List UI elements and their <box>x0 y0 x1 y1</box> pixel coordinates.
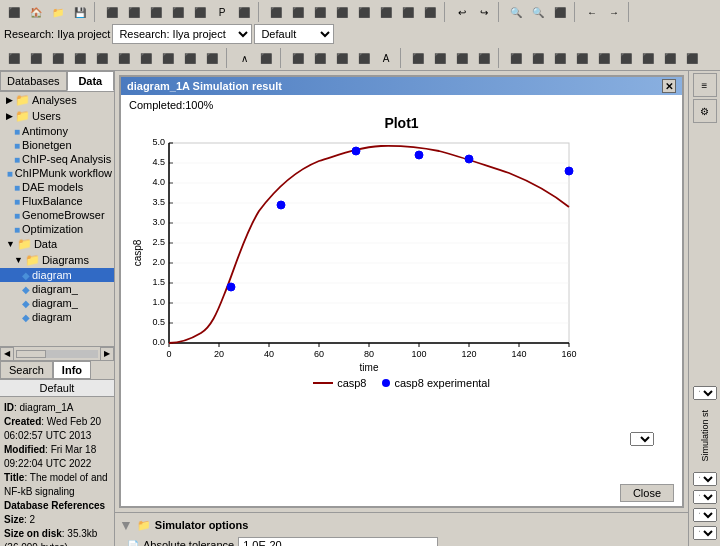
tb2-2[interactable]: ⬛ <box>26 48 46 68</box>
tb2-6[interactable]: ⬛ <box>114 48 134 68</box>
toolbar-btn-10[interactable]: P <box>212 2 232 22</box>
toolbar-arr-2[interactable]: → <box>604 2 624 22</box>
toolbar-btn-13[interactable]: ⬛ <box>288 2 308 22</box>
tb2-15[interactable]: ⬛ <box>332 48 352 68</box>
tb2-13[interactable]: ⬛ <box>288 48 308 68</box>
info-tab[interactable]: Info <box>53 361 91 379</box>
toolbar-btn-1[interactable]: ⬛ <box>4 2 24 22</box>
tree-antimony[interactable]: ■ Antimony <box>0 124 114 138</box>
tree-users[interactable]: ▶ 📁 Users <box>0 108 114 124</box>
sim-result-combo[interactable]: ▼ <box>630 432 654 446</box>
options-expand-icon[interactable]: ▼ <box>119 517 133 533</box>
toolbar-btn-7[interactable]: ⬛ <box>146 2 166 22</box>
tree-analyses[interactable]: ▶ 📁 Analyses <box>0 92 114 108</box>
toolbar-arr-1[interactable]: ← <box>582 2 602 22</box>
research-combo[interactable]: Research: Ilya project <box>112 24 252 44</box>
tb2-14[interactable]: ⬛ <box>310 48 330 68</box>
toolbar-btn-16[interactable]: ⬛ <box>354 2 374 22</box>
file-antimony-icon: ■ <box>14 126 20 137</box>
tb2-25[interactable]: ⬛ <box>572 48 592 68</box>
tb2-1[interactable]: ⬛ <box>4 48 24 68</box>
right-bottom-select[interactable]: ▼ <box>693 386 717 400</box>
tb2-16[interactable]: ⬛ <box>354 48 374 68</box>
search-tab[interactable]: Search <box>0 361 53 379</box>
toolbar-btn-15[interactable]: ⬛ <box>332 2 352 22</box>
toolbar-btn-2[interactable]: 🏠 <box>26 2 46 22</box>
tb2-23[interactable]: ⬛ <box>528 48 548 68</box>
toolbar-btn-19[interactable]: ⬛ <box>420 2 440 22</box>
chart-title: Plot1 <box>129 115 674 131</box>
sep-10 <box>498 48 502 68</box>
toolbar-btn-14[interactable]: ⬛ <box>310 2 330 22</box>
toolbar-btn-18[interactable]: ⬛ <box>398 2 418 22</box>
tb2-5[interactable]: ⬛ <box>92 48 112 68</box>
zoom-fit-btn[interactable]: ⬛ <box>550 2 570 22</box>
toolbar-btn-17[interactable]: ⬛ <box>376 2 396 22</box>
tb2-22[interactable]: ⬛ <box>506 48 526 68</box>
tb2-20[interactable]: ⬛ <box>452 48 472 68</box>
right-low-select[interactable]: ▼ <box>693 508 717 522</box>
scroll-thumb[interactable] <box>16 350 46 358</box>
tree-optimization[interactable]: ■ Optimization <box>0 222 114 236</box>
tb2-18[interactable]: ⬛ <box>408 48 428 68</box>
tb2-30[interactable]: ⬛ <box>682 48 702 68</box>
tb2-9[interactable]: ⬛ <box>180 48 200 68</box>
right-mid-select[interactable]: ▼ <box>693 490 717 504</box>
tab-data[interactable]: Data <box>67 71 114 91</box>
tree-flux[interactable]: ■ FluxBalance <box>0 194 114 208</box>
tb2-7[interactable]: ⬛ <box>136 48 156 68</box>
absolute-tolerance-input[interactable] <box>238 537 438 546</box>
right-bot-select[interactable]: ▼ <box>693 526 717 540</box>
toolbar-btn-3[interactable]: 📁 <box>48 2 68 22</box>
toolbar-btn-9[interactable]: ⬛ <box>190 2 210 22</box>
tb2-28[interactable]: ⬛ <box>638 48 658 68</box>
tb2-26[interactable]: ⬛ <box>594 48 614 68</box>
scroll-left-btn[interactable]: ◀ <box>0 347 14 361</box>
tree-bionetgen[interactable]: ■ Bionetgen <box>0 138 114 152</box>
tb2-19[interactable]: ⬛ <box>430 48 450 68</box>
toolbar-btn-12[interactable]: ⬛ <box>266 2 286 22</box>
toolbar-btn-8[interactable]: ⬛ <box>168 2 188 22</box>
tb2-29[interactable]: ⬛ <box>660 48 680 68</box>
tree-chipseq[interactable]: ■ ChIP-seq Analysis <box>0 152 114 166</box>
chart-legend: casp8 casp8 experimental <box>129 377 674 389</box>
sim-close-btn[interactable]: ✕ <box>662 79 676 93</box>
zoom-in-btn[interactable]: 🔍 <box>506 2 526 22</box>
undo-btn[interactable]: ↩ <box>452 2 472 22</box>
tree-genome[interactable]: ■ GenomeBrowser <box>0 208 114 222</box>
tb2-4[interactable]: ⬛ <box>70 48 90 68</box>
scroll-right-btn[interactable]: ▶ <box>100 347 114 361</box>
close-button[interactable]: Close <box>620 484 674 502</box>
tb2-17[interactable]: A <box>376 48 396 68</box>
tb2-10[interactable]: ⬛ <box>202 48 222 68</box>
zoom-out-btn[interactable]: 🔍 <box>528 2 548 22</box>
tree-label-flux: FluxBalance <box>22 195 83 207</box>
default-combo[interactable]: Default <box>254 24 334 44</box>
tree-diagram2[interactable]: ◆ diagram_ <box>0 282 114 296</box>
tab-databases[interactable]: Databases <box>0 71 67 91</box>
tb2-8[interactable]: ⬛ <box>158 48 178 68</box>
tree-diagrams-folder[interactable]: ▼ 📁 Diagrams <box>0 252 114 268</box>
tb2-12[interactable]: ⬛ <box>256 48 276 68</box>
tree-diagram-selected[interactable]: ◆ diagram <box>0 268 114 282</box>
toolbar-btn-11[interactable]: ⬛ <box>234 2 254 22</box>
toolbar-btn-4[interactable]: 💾 <box>70 2 90 22</box>
toolbar-btn-5[interactable]: ⬛ <box>102 2 122 22</box>
tb2-11[interactable]: ∧ <box>234 48 254 68</box>
tree-diagram3[interactable]: ◆ diagram_ <box>0 296 114 310</box>
right-top-select[interactable]: ▼ <box>693 472 717 486</box>
right-btn-1[interactable]: ≡ <box>693 73 717 97</box>
redo-btn[interactable]: ↪ <box>474 2 494 22</box>
tb2-21[interactable]: ⬛ <box>474 48 494 68</box>
sep-6 <box>628 2 632 22</box>
tree-diagram4[interactable]: ◆ diagram <box>0 310 114 324</box>
right-btn-gear[interactable]: ⚙ <box>693 99 717 123</box>
tb2-27[interactable]: ⬛ <box>616 48 636 68</box>
toolbar-btn-6[interactable]: ⬛ <box>124 2 144 22</box>
tree-dae[interactable]: ■ DAE models <box>0 180 114 194</box>
tree-data-folder[interactable]: ▼ 📁 Data <box>0 236 114 252</box>
tree-chipmunk[interactable]: ■ ChIPMunk workflow <box>0 166 114 180</box>
completed-text: Completed:100% <box>129 99 674 111</box>
tb2-24[interactable]: ⬛ <box>550 48 570 68</box>
tb2-3[interactable]: ⬛ <box>48 48 68 68</box>
